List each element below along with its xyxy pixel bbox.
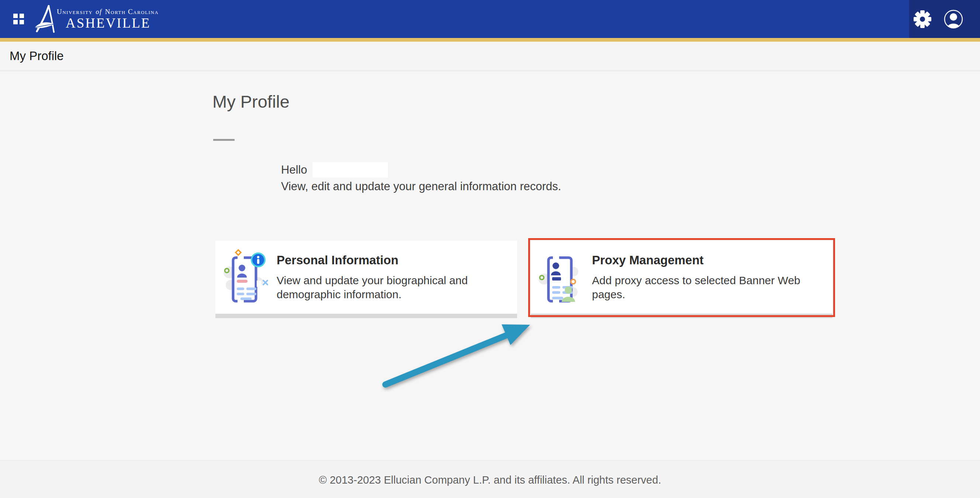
footer: © 2013-2023 Ellucian Company L.P. and it… bbox=[0, 460, 980, 498]
card-bottom-shadow bbox=[531, 314, 832, 318]
title-divider bbox=[213, 139, 235, 141]
apps-grid-icon[interactable] bbox=[13, 14, 24, 24]
apps-grid-square bbox=[13, 14, 18, 18]
logo-mark-icon bbox=[34, 5, 54, 33]
proxy-management-card[interactable]: Proxy Management Add proxy access to sel… bbox=[531, 241, 832, 314]
annotation-arrow bbox=[376, 317, 546, 398]
breadcrumb: My Profile bbox=[0, 42, 980, 71]
user-menu-button[interactable] bbox=[940, 0, 967, 38]
breadcrumb-label: My Profile bbox=[10, 49, 64, 63]
greeting-row: Hello bbox=[281, 162, 388, 178]
redacted-name-box bbox=[312, 162, 388, 178]
card-description: View and update your biographical and de… bbox=[277, 273, 468, 301]
topbar-right-section bbox=[909, 0, 980, 38]
personal-info-document-icon bbox=[224, 249, 269, 305]
settings-button[interactable] bbox=[909, 0, 936, 38]
intro-text: View, edit and update your general infor… bbox=[281, 180, 561, 193]
logo-city-line: ASHEVILLE bbox=[66, 16, 159, 30]
card-bottom-shadow bbox=[215, 314, 517, 318]
top-navigation-bar: University of North Carolina ASHEVILLE bbox=[0, 0, 980, 38]
proxy-document-icon bbox=[539, 249, 584, 305]
user-avatar-icon bbox=[943, 9, 964, 30]
university-logo[interactable]: University of North Carolina ASHEVILLE bbox=[34, 4, 159, 35]
apps-grid-square bbox=[13, 20, 18, 24]
card-description: Add proxy access to selected Banner Web … bbox=[592, 273, 800, 301]
gear-icon bbox=[913, 10, 932, 29]
apps-grid-square bbox=[19, 14, 24, 18]
card-title: Proxy Management bbox=[592, 253, 800, 267]
card-title: Personal Information bbox=[277, 253, 468, 267]
page-title: My Profile bbox=[212, 91, 290, 112]
personal-information-card[interactable]: Personal Information View and update you… bbox=[215, 241, 517, 314]
accent-bar bbox=[0, 38, 980, 42]
logo-university-line: University of North Carolina bbox=[57, 8, 159, 16]
greeting-text: Hello bbox=[281, 163, 307, 176]
apps-grid-square bbox=[19, 20, 24, 24]
copyright-text: © 2013-2023 Ellucian Company L.P. and it… bbox=[319, 474, 661, 498]
